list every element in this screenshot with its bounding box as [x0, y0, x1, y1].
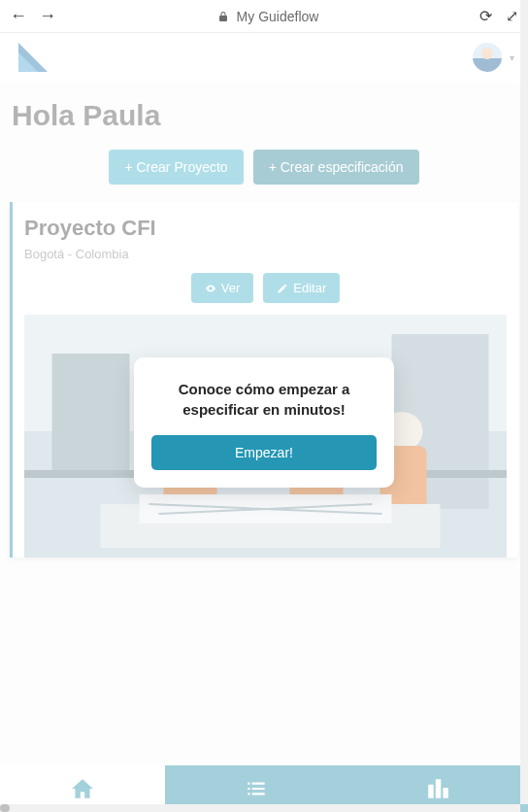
- page-title: My Guideflow: [237, 9, 319, 24]
- browser-toolbar: ← → My Guideflow ⟳ ⤢: [0, 0, 528, 33]
- modal-message: Conoce cómo empezar a especificar en min…: [151, 379, 377, 420]
- onboarding-modal: Conoce cómo empezar a especificar en min…: [134, 357, 394, 488]
- scroll-thumb[interactable]: [0, 804, 10, 812]
- forward-button[interactable]: →: [39, 6, 56, 26]
- horizontal-scrollbar[interactable]: [0, 804, 520, 812]
- url-display[interactable]: My Guideflow: [68, 9, 468, 24]
- vertical-scrollbar[interactable]: [520, 0, 528, 804]
- app-viewport: ▾ Hola Paula + Crear Proyecto + Crear es…: [0, 33, 528, 812]
- reload-button[interactable]: ⟳: [479, 7, 492, 25]
- back-button[interactable]: ←: [10, 6, 27, 26]
- expand-button[interactable]: ⤢: [506, 7, 518, 25]
- lock-icon: [217, 11, 229, 22]
- start-button[interactable]: Empezar!: [151, 435, 377, 470]
- modal-overlay[interactable]: Conoce cómo empezar a especificar en min…: [0, 33, 528, 812]
